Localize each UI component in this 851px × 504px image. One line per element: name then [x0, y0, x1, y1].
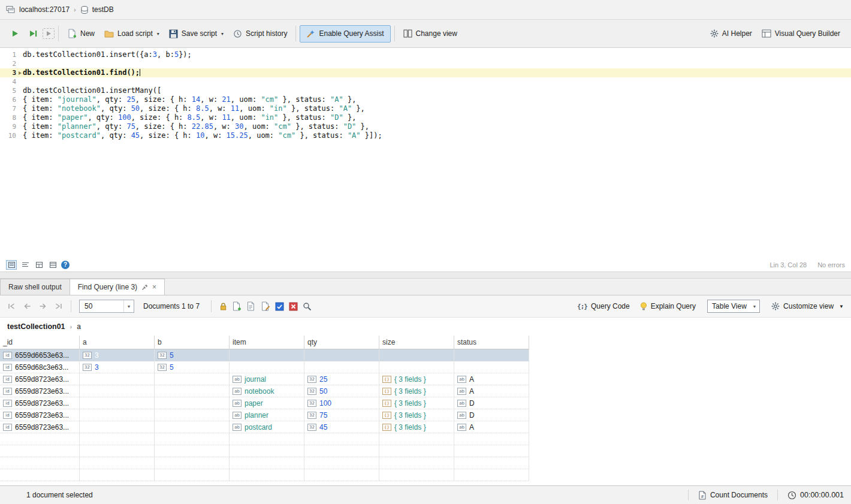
lock-icon[interactable] [219, 302, 227, 311]
editor-option-3-icon[interactable] [34, 260, 44, 270]
cell-item[interactable]: abpostcard [230, 421, 304, 433]
cell-size[interactable]: {}{ 3 fields } [379, 385, 454, 397]
cell-status[interactable] [454, 445, 529, 457]
cell-status[interactable]: abA [454, 373, 529, 385]
cell-item[interactable] [230, 469, 304, 481]
table-row[interactable]: id6559d8723e63...abjournal3225{}{ 3 fiel… [0, 373, 851, 385]
load-script-button[interactable]: Load script ▾ [99, 26, 164, 41]
close-icon[interactable]: × [152, 283, 156, 291]
cell-item[interactable] [230, 445, 304, 457]
cell-qty[interactable]: 3245 [304, 421, 379, 433]
cell-qty[interactable] [304, 469, 379, 481]
last-page-icon[interactable] [54, 303, 63, 310]
cell-status[interactable]: abA [454, 421, 529, 433]
editor-option-1-icon[interactable] [6, 260, 17, 270]
cell-a[interactable] [80, 445, 155, 457]
cell-qty[interactable]: 32100 [304, 397, 379, 409]
cell-_id[interactable] [0, 469, 80, 481]
cell-status[interactable]: abD [454, 397, 529, 409]
cell-_id[interactable]: id6559d8723e63... [0, 373, 80, 385]
table-row[interactable]: id6559d8723e63...abpaper32100{}{ 3 field… [0, 397, 851, 409]
cell-item[interactable]: abplanner [230, 409, 304, 421]
table-row[interactable]: id6559d68c3e63...323325 [0, 361, 851, 373]
dropdown-arrow-icon[interactable]: ▾ [221, 31, 224, 37]
cell-status[interactable]: abA [454, 385, 529, 397]
results-table[interactable]: _idabitemqtysizestatus id6559d6653e63...… [0, 336, 851, 485]
collection-name[interactable]: testCollection01 [7, 322, 65, 331]
cell-_id[interactable] [0, 433, 80, 445]
ai-helper-button[interactable]: AI Helper [705, 26, 757, 41]
pin-icon[interactable] [141, 284, 148, 291]
run-script-button[interactable] [6, 26, 24, 41]
visual-query-builder-button[interactable]: Visual Query Builder [757, 26, 845, 41]
dropdown-arrow-icon[interactable]: ▾ [123, 300, 134, 312]
table-row[interactable]: id6559d8723e63...abnotebook3250{}{ 3 fie… [0, 385, 851, 397]
cell-_id[interactable] [0, 445, 80, 457]
cell-a[interactable] [80, 373, 155, 385]
explain-query-button[interactable]: Explain Query [640, 302, 696, 311]
cell-a[interactable] [80, 421, 155, 433]
cell-_id[interactable]: id6559d68c3e63... [0, 361, 80, 373]
cell-status[interactable] [454, 361, 529, 373]
column-header-size[interactable]: size [379, 336, 454, 349]
cell-size[interactable]: {}{ 3 fields } [379, 397, 454, 409]
editor-option-4-icon[interactable] [47, 260, 58, 270]
run-to-cursor-button[interactable] [24, 26, 43, 41]
cell-_id[interactable]: id6559d8723e63... [0, 397, 80, 409]
cell-size[interactable]: {}{ 3 fields } [379, 373, 454, 385]
cell-size[interactable] [379, 457, 454, 469]
help-icon[interactable]: ? [61, 261, 70, 269]
count-documents-button[interactable]: # Count Documents [698, 491, 768, 500]
cell-b[interactable] [155, 445, 230, 457]
column-header-_id[interactable]: _id [0, 336, 80, 349]
save-script-button[interactable]: Save script ▾ [164, 26, 228, 42]
cell-status[interactable] [454, 433, 529, 445]
database-name[interactable]: testDB [92, 5, 114, 14]
view-mode-select[interactable]: Table View ▾ [707, 300, 760, 313]
cell-b[interactable] [155, 469, 230, 481]
cell-qty[interactable]: 3250 [304, 385, 379, 397]
query-code-button[interactable]: {;} Query Code [577, 302, 630, 310]
editor-line-7[interactable]: 7{ item: "notebook", qty: 50, size: { h:… [0, 104, 851, 113]
view-document-icon[interactable] [303, 302, 312, 311]
tab-raw-shell-output[interactable]: Raw shell output [0, 279, 70, 295]
cell-item[interactable] [230, 433, 304, 445]
cell-_id[interactable]: id6559d8723e63... [0, 409, 80, 421]
run-selection-button[interactable] [43, 28, 55, 39]
cell-size[interactable] [379, 349, 454, 361]
panel-splitter[interactable] [0, 271, 851, 279]
cell-b[interactable]: 325 [155, 349, 230, 361]
cell-qty[interactable] [304, 433, 379, 445]
cell-b[interactable] [155, 409, 230, 421]
editor-line-5[interactable]: 5db.testCollection01.insertMany([ [0, 86, 851, 95]
editor-line-10[interactable]: 10{ item: "postcard", qty: 45, size: { h… [0, 131, 851, 140]
column-header-qty[interactable]: qty [304, 336, 379, 349]
server-address[interactable]: localhost:27017 [19, 5, 70, 14]
cell-a[interactable] [80, 397, 155, 409]
cell-qty[interactable] [304, 445, 379, 457]
cell-a[interactable] [80, 409, 155, 421]
editor-line-9[interactable]: 9{ item: "planner", qty: 75, size: { h: … [0, 122, 851, 131]
cell-status[interactable] [454, 469, 529, 481]
cell-status[interactable] [454, 349, 529, 361]
cell-a[interactable]: 323 [80, 361, 155, 373]
cell-size[interactable] [379, 469, 454, 481]
cell-qty[interactable] [304, 349, 379, 361]
cell-b[interactable] [155, 385, 230, 397]
cell-item[interactable]: abnotebook [230, 385, 304, 397]
cell-status[interactable]: abD [454, 409, 529, 421]
cell-item[interactable] [230, 349, 304, 361]
cell-b[interactable]: 325 [155, 361, 230, 373]
cell-size[interactable] [379, 445, 454, 457]
delete-document-icon[interactable] [289, 302, 298, 311]
editor-line-4[interactable]: 4 [0, 77, 851, 86]
new-script-button[interactable]: New [62, 25, 99, 42]
table-row[interactable]: id6559d8723e63...abplanner3275{}{ 3 fiel… [0, 409, 851, 421]
column-header-status[interactable]: status [454, 336, 529, 349]
cell-status[interactable] [454, 457, 529, 469]
column-header-a[interactable]: a [80, 336, 155, 349]
editor-line-2[interactable]: 2 [0, 59, 851, 68]
cell-_id[interactable]: id6559d8723e63... [0, 385, 80, 397]
cell-qty[interactable]: 3225 [304, 373, 379, 385]
next-page-icon[interactable] [38, 303, 47, 310]
